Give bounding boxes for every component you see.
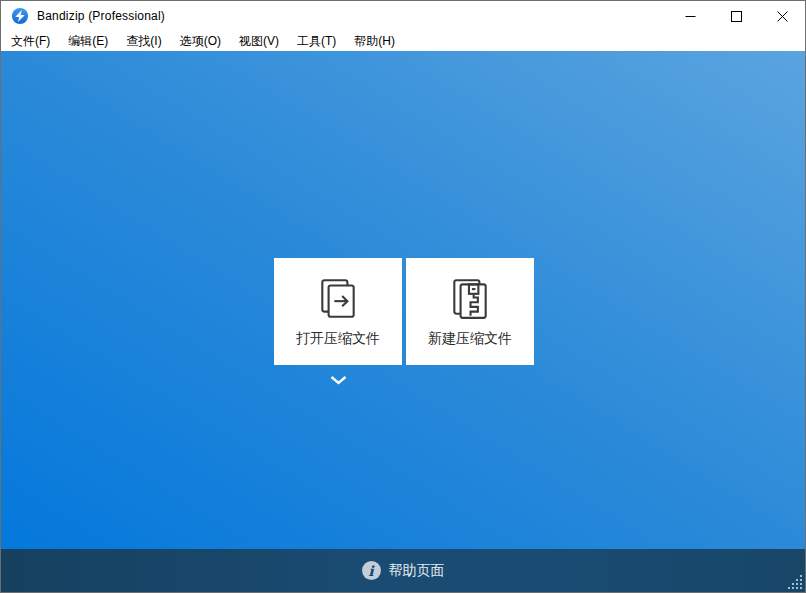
menu-options[interactable]: 选项(O) [171, 31, 230, 51]
window-title: Bandizip (Professional) [37, 9, 165, 23]
tile-row: 打开压缩文件 新建压缩文件 [274, 258, 534, 365]
menu-help[interactable]: 帮助(H) [345, 31, 404, 51]
minimize-icon [685, 11, 696, 22]
help-page-label: 帮助页面 [389, 562, 445, 580]
bandizip-window: Bandizip (Professional) 文件(F) 编辑 [0, 0, 806, 593]
menu-find[interactable]: 查找(I) [117, 31, 170, 51]
menubar: 文件(F) 编辑(E) 查找(I) 选项(O) 视图(V) 工具(T) 帮助(H… [1, 31, 805, 51]
new-archive-button[interactable]: 新建压缩文件 [406, 258, 534, 365]
resize-grip-icon[interactable] [788, 575, 802, 589]
maximize-button[interactable] [713, 1, 759, 31]
menu-edit[interactable]: 编辑(E) [59, 31, 117, 51]
menu-tools[interactable]: 工具(T) [288, 31, 345, 51]
close-button[interactable] [759, 1, 805, 31]
open-archive-icon [315, 275, 361, 321]
window-controls [667, 1, 805, 31]
open-archive-button[interactable]: 打开压缩文件 [274, 258, 402, 365]
maximize-icon [731, 11, 742, 22]
menu-file[interactable]: 文件(F) [2, 31, 59, 51]
close-icon [777, 11, 788, 22]
info-icon: i [362, 561, 381, 580]
help-page-button[interactable]: i 帮助页面 [1, 549, 805, 592]
new-archive-label: 新建压缩文件 [428, 330, 512, 348]
minimize-button[interactable] [667, 1, 713, 31]
titlebar: Bandizip (Professional) [1, 1, 805, 31]
open-archive-label: 打开压缩文件 [296, 330, 380, 348]
main-workspace: 打开压缩文件 新建压缩文件 [1, 51, 805, 551]
expand-more-button[interactable] [320, 372, 356, 388]
new-archive-icon [447, 275, 493, 321]
chevron-down-icon [330, 376, 347, 385]
bandizip-logo-icon [11, 7, 29, 25]
menu-view[interactable]: 视图(V) [230, 31, 288, 51]
